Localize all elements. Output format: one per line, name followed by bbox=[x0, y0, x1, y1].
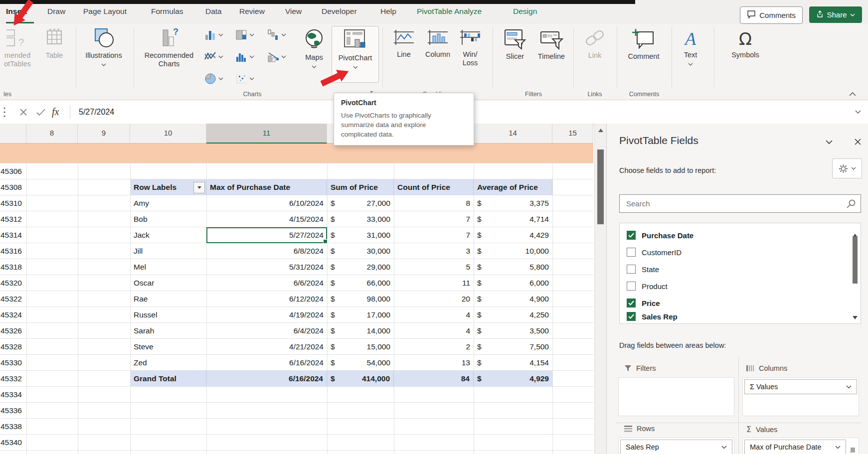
pivot-cell[interactable]: $7,500 bbox=[474, 339, 552, 355]
pivot-header-cell[interactable]: Max of Purchase Date bbox=[206, 179, 327, 195]
pivot-cell[interactable]: 6/16/2024 bbox=[206, 371, 327, 387]
formula-bar-grip-icon[interactable] bbox=[3, 100, 6, 124]
cell-left-value[interactable]: 45308 bbox=[0, 179, 23, 195]
checkbox-checked-icon[interactable] bbox=[627, 312, 636, 321]
cell-left-value[interactable]: 45324 bbox=[0, 307, 23, 323]
pivot-cell[interactable]: $4,929 bbox=[474, 371, 552, 387]
pivot-cell[interactable]: $4,429 bbox=[474, 227, 552, 243]
pivot-cell[interactable]: Amy bbox=[130, 195, 206, 211]
filters-drop-area[interactable] bbox=[618, 377, 734, 416]
pivot-cell[interactable]: 84 bbox=[394, 371, 474, 387]
insert-combo-chart-button[interactable] bbox=[267, 51, 286, 63]
pivot-cell[interactable]: 5/31/2024 bbox=[206, 259, 327, 275]
pivot-cell[interactable]: $4,900 bbox=[474, 291, 552, 307]
panel-close-icon[interactable] bbox=[854, 138, 862, 146]
pivot-cell[interactable]: 7 bbox=[394, 211, 474, 227]
symbols-button[interactable]: Ω Symbols bbox=[725, 26, 765, 59]
cell-left-value[interactable]: 45334 bbox=[0, 387, 23, 403]
cell-left-value[interactable]: 45314 bbox=[0, 227, 23, 243]
pivot-cell[interactable]: 11 bbox=[394, 275, 474, 291]
tab-design[interactable]: Design bbox=[513, 7, 537, 16]
pivot-cell[interactable]: $54,000 bbox=[327, 355, 394, 371]
pivot-cell[interactable]: 4 bbox=[394, 307, 474, 323]
checkbox-checked-icon[interactable] bbox=[627, 299, 636, 307]
pivot-cell[interactable]: Grand Total bbox=[130, 371, 206, 387]
pivot-cell[interactable]: Russel bbox=[130, 307, 206, 323]
column-header-10[interactable]: 10 bbox=[130, 124, 206, 144]
tab-formulas[interactable]: Formulas bbox=[151, 7, 183, 16]
sparkline-winloss-button[interactable]: Win/ Loss bbox=[456, 26, 485, 67]
text-button[interactable]: A Text bbox=[676, 26, 705, 67]
pivot-cell[interactable]: 20 bbox=[394, 291, 474, 307]
comments-button[interactable]: Comments bbox=[740, 6, 803, 24]
column-header-8[interactable]: 8 bbox=[26, 124, 78, 144]
insert-line-chart-button[interactable] bbox=[204, 51, 223, 63]
grid-scrollbar-thumb[interactable] bbox=[597, 150, 604, 224]
pivot-cell[interactable]: Oscar bbox=[130, 275, 206, 291]
illustrations-button[interactable]: Illustrations bbox=[82, 26, 125, 68]
column-header-15[interactable]: 15 bbox=[552, 124, 593, 144]
pivot-cell[interactable]: $29,000 bbox=[327, 259, 394, 275]
cell-left-value[interactable]: 45338 bbox=[0, 419, 23, 435]
checkbox-unchecked-icon[interactable] bbox=[627, 265, 636, 274]
table-button[interactable]: Table bbox=[39, 26, 70, 60]
field-list-scrollbar[interactable] bbox=[851, 224, 859, 322]
scroll-down-icon[interactable] bbox=[853, 312, 858, 321]
column-header[interactable] bbox=[0, 124, 26, 144]
insert-hierarchy-chart-button[interactable] bbox=[235, 29, 254, 41]
pivot-cell[interactable]: Zed bbox=[130, 355, 206, 371]
values-scrollbar-thumb[interactable] bbox=[851, 448, 855, 453]
pivot-header-cell[interactable]: Sum of Price bbox=[327, 179, 394, 195]
pivot-cell[interactable]: Bob bbox=[130, 211, 206, 227]
column-header-9[interactable]: 9 bbox=[78, 124, 130, 144]
cell-left-value[interactable]: 45328 bbox=[0, 339, 23, 355]
cell-left-value[interactable]: 45336 bbox=[0, 403, 23, 419]
pivot-cell[interactable]: Sarah bbox=[130, 323, 206, 339]
pivot-cell[interactable]: $98,000 bbox=[327, 291, 394, 307]
confirm-entry-icon[interactable] bbox=[36, 100, 46, 124]
insert-waterfall-chart-button[interactable] bbox=[267, 29, 286, 41]
insert-pie-chart-button[interactable] bbox=[204, 73, 223, 85]
pivot-cell[interactable]: 6/6/2024 bbox=[206, 275, 327, 291]
field-item-customerid[interactable]: CustomerID bbox=[627, 247, 682, 258]
insert-scatter-chart-button[interactable] bbox=[235, 73, 254, 85]
cell-left-value[interactable]: 45326 bbox=[0, 323, 23, 339]
pivot-cell[interactable]: 13 bbox=[394, 355, 474, 371]
pivot-cell[interactable]: 3 bbox=[394, 243, 474, 259]
recommended-pivottables-button[interactable]: ? mended otTables bbox=[0, 26, 35, 68]
pivot-cell[interactable]: Rae bbox=[130, 291, 206, 307]
field-list-scrollbar-thumb[interactable] bbox=[853, 236, 858, 284]
pivot-cell[interactable]: $4,154 bbox=[474, 355, 552, 371]
columns-pill-values[interactable]: Σ Values bbox=[744, 379, 857, 394]
checkbox-checked-icon[interactable] bbox=[627, 231, 636, 240]
pivot-cell[interactable]: Jack bbox=[130, 227, 206, 243]
tab-data[interactable]: Data bbox=[205, 7, 222, 16]
tab-review[interactable]: Review bbox=[239, 7, 265, 16]
share-button[interactable]: Share bbox=[809, 6, 862, 23]
recommended-charts-button[interactable]: ? Recommended Charts bbox=[141, 26, 197, 68]
rows-pill-sales-rep[interactable]: Sales Rep bbox=[620, 440, 732, 454]
pivot-cell[interactable]: 6/16/2024 bbox=[206, 355, 327, 371]
cell-left-value[interactable]: 45340 bbox=[0, 435, 23, 451]
pivot-cell[interactable]: 6/10/2024 bbox=[206, 195, 327, 211]
new-comment-button[interactable]: Comment bbox=[622, 26, 665, 61]
pivot-cell[interactable]: $4,250 bbox=[474, 307, 552, 323]
pivot-cell[interactable]: 4/21/2024 bbox=[206, 339, 327, 355]
grid-vertical-scrollbar[interactable] bbox=[594, 124, 606, 454]
tab-developer[interactable]: Developer bbox=[322, 7, 357, 16]
pivot-cell[interactable]: $31,000 bbox=[327, 227, 394, 243]
field-item-state[interactable]: State bbox=[627, 264, 659, 275]
pivot-header-cell[interactable]: Count of Price bbox=[394, 179, 474, 195]
pivot-cell[interactable]: $30,000 bbox=[327, 243, 394, 259]
cell-left-value[interactable]: 45312 bbox=[0, 211, 23, 227]
insert-column-chart-button[interactable] bbox=[204, 29, 223, 41]
insert-statistic-chart-button[interactable] bbox=[235, 51, 254, 63]
pivot-cell[interactable]: $414,000 bbox=[327, 371, 394, 387]
collapse-ribbon-chevron-icon[interactable] bbox=[849, 92, 857, 97]
pivot-cell[interactable]: $10,000 bbox=[474, 243, 552, 259]
tab-draw[interactable]: Draw bbox=[47, 7, 65, 16]
pivot-cell[interactable]: 4/19/2024 bbox=[206, 307, 327, 323]
fill-handle[interactable] bbox=[323, 239, 328, 244]
cell-left-value[interactable]: 45330 bbox=[0, 355, 23, 371]
cell-left-value[interactable]: 45310 bbox=[0, 195, 23, 211]
